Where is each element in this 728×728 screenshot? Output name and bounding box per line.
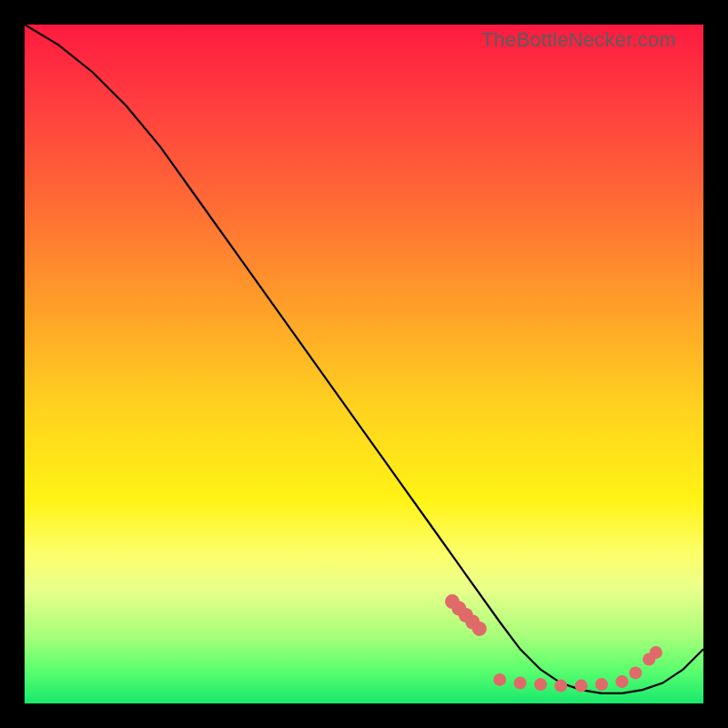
marker-dot bbox=[616, 675, 629, 688]
marker-dot bbox=[554, 680, 567, 693]
chart-plot-area: TheBottleNecker.com bbox=[25, 25, 703, 703]
bottleneck-curve bbox=[25, 25, 703, 693]
chart-frame: TheBottleNecker.com bbox=[0, 0, 728, 728]
marker-dot bbox=[472, 622, 487, 636]
marker-dot bbox=[514, 677, 527, 690]
chart-overlay bbox=[25, 25, 703, 703]
marker-dot bbox=[575, 680, 588, 693]
marker-dot bbox=[650, 646, 662, 659]
marker-dot bbox=[534, 678, 547, 691]
marker-dot bbox=[493, 673, 506, 686]
marker-dot bbox=[629, 666, 642, 679]
marker-dot bbox=[595, 678, 608, 691]
